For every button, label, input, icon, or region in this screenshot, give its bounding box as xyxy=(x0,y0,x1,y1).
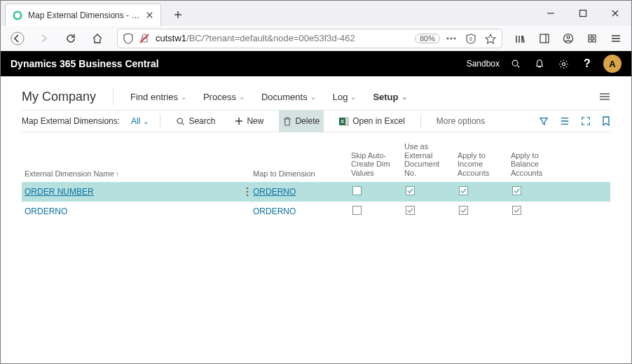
svg-point-11 xyxy=(562,62,565,65)
data-grid: External Dimension Name↑ Map to Dimensio… xyxy=(22,138,610,221)
sidebar-icon[interactable] xyxy=(539,33,550,44)
svg-point-17 xyxy=(247,190,249,192)
menu-documents[interactable]: Documents⌄ xyxy=(261,92,316,102)
nav-back-button[interactable] xyxy=(11,31,25,46)
library-icon[interactable] xyxy=(515,33,526,44)
menu-log[interactable]: Log⌄ xyxy=(333,92,357,102)
grid-header: External Dimension Name↑ Map to Dimensio… xyxy=(22,138,610,182)
settings-gear-icon[interactable] xyxy=(556,56,571,71)
svg-rect-1 xyxy=(580,10,586,17)
col-skip-auto-create[interactable]: Skip Auto-Create Dim Values xyxy=(351,151,404,178)
col-apply-income[interactable]: Apply to Income Accounts xyxy=(458,151,511,178)
checkbox-icon[interactable] xyxy=(406,206,415,215)
open-in-excel-action[interactable]: X Open in Excel xyxy=(335,110,409,132)
col-external-doc-no[interactable]: Use as External Document No. xyxy=(404,142,458,178)
nav-reload-button[interactable] xyxy=(64,31,78,46)
environment-label: Sandbox xyxy=(467,59,500,69)
col-apply-balance[interactable]: Apply to Balance Accounts xyxy=(511,151,564,178)
extensions-icon[interactable] xyxy=(586,33,598,44)
app-menu-icon[interactable] xyxy=(610,33,621,44)
checkbox-icon[interactable] xyxy=(459,206,468,215)
list-caption: Map External Dimensions: xyxy=(22,116,120,126)
url-text: cutstw1/BC/?tenant=default&node=00e53f3d… xyxy=(156,33,409,43)
menu-find-entries[interactable]: Find entries⌄ xyxy=(130,92,186,102)
page-actions-icon[interactable] xyxy=(446,36,457,41)
col-external-dimension-name[interactable]: External Dimension Name↑ xyxy=(22,169,253,178)
svg-point-0 xyxy=(14,11,22,19)
svg-text:X: X xyxy=(341,119,344,124)
help-icon[interactable]: ? xyxy=(579,56,595,71)
checkbox-icon[interactable] xyxy=(512,206,521,215)
more-options[interactable]: More options xyxy=(432,110,489,132)
svg-point-2 xyxy=(11,32,24,45)
tab-title: Map External Dimensions - Dyn xyxy=(28,10,140,20)
table-row[interactable]: ORDERNOORDERNO xyxy=(22,202,610,221)
filter-pane-icon[interactable] xyxy=(539,116,549,126)
checkbox-icon[interactable] xyxy=(406,186,415,195)
new-tab-button[interactable] xyxy=(168,5,188,24)
tab-favicon xyxy=(13,10,22,20)
checkbox-icon[interactable] xyxy=(352,186,362,195)
svg-rect-7 xyxy=(540,34,549,43)
new-action[interactable]: New xyxy=(231,110,268,132)
tab-close-icon[interactable] xyxy=(146,11,153,19)
account-icon[interactable] xyxy=(563,33,574,44)
app-header: Dynamics 365 Business Central Sandbox ? … xyxy=(1,51,631,76)
window-minimize-button[interactable] xyxy=(535,1,567,26)
window-maximize-button[interactable] xyxy=(567,1,599,26)
row-menu-icon[interactable] xyxy=(246,187,249,197)
svg-point-9 xyxy=(567,36,570,38)
app-title: Dynamics 365 Business Central xyxy=(11,58,159,69)
page-menubar: My Company Find entries⌄ Process⌄ Docume… xyxy=(22,83,610,110)
cell-map[interactable]: ORDERNO xyxy=(253,187,351,197)
tracking-shield-icon[interactable] xyxy=(123,33,133,44)
expand-icon[interactable] xyxy=(581,116,591,126)
cell-name[interactable]: ORDER NUMBER xyxy=(25,187,94,197)
menu-setup[interactable]: Setup⌄ xyxy=(373,92,406,102)
menu-process[interactable]: Process⌄ xyxy=(203,92,245,102)
zoom-badge[interactable]: 80% xyxy=(415,34,440,43)
bookmark-page-icon[interactable] xyxy=(602,116,610,126)
https-crossed-icon[interactable] xyxy=(139,33,150,44)
browser-tabstrip: Map External Dimensions - Dyn xyxy=(1,1,631,26)
menu-more-icon[interactable] xyxy=(599,92,610,101)
browser-toolbar: cutstw1/BC/?tenant=default&node=00e53f3d… xyxy=(1,26,631,51)
cell-name[interactable]: ORDERNO xyxy=(25,206,67,216)
window-close-button[interactable] xyxy=(599,1,631,26)
search-action[interactable]: Search xyxy=(172,110,219,132)
nav-forward-button[interactable] xyxy=(37,31,51,46)
list-toolbar: Map External Dimensions: All⌄ Search New… xyxy=(22,110,610,132)
checkbox-icon[interactable] xyxy=(512,186,521,195)
svg-point-5 xyxy=(451,37,453,39)
checkbox-icon[interactable] xyxy=(459,186,468,195)
svg-point-16 xyxy=(247,187,249,189)
nav-home-button[interactable] xyxy=(90,31,104,46)
table-row[interactable]: ORDER NUMBERORDERNO xyxy=(22,182,610,202)
bookmark-star-icon[interactable] xyxy=(485,33,496,44)
svg-point-10 xyxy=(512,60,518,66)
notifications-icon[interactable] xyxy=(532,56,547,71)
company-name[interactable]: My Company xyxy=(22,90,96,104)
filter-all[interactable]: All⌄ xyxy=(131,116,149,126)
checkbox-icon[interactable] xyxy=(352,206,362,215)
cell-map[interactable]: ORDERNO xyxy=(253,206,351,216)
svg-point-6 xyxy=(454,37,456,39)
user-avatar[interactable]: A xyxy=(603,55,621,73)
sort-asc-icon: ↑ xyxy=(116,170,119,178)
browser-tab[interactable]: Map External Dimensions - Dyn xyxy=(5,4,161,26)
svg-point-12 xyxy=(177,118,182,123)
header-search-icon[interactable] xyxy=(508,56,523,71)
reader-icon[interactable] xyxy=(465,33,476,44)
list-view-icon[interactable] xyxy=(560,116,570,126)
col-map-to-dimension[interactable]: Map to Dimension xyxy=(253,169,351,178)
address-bar[interactable]: cutstw1/BC/?tenant=default&node=00e53f3d… xyxy=(117,29,502,48)
delete-action[interactable]: Delete xyxy=(279,110,324,132)
svg-point-4 xyxy=(447,37,449,39)
svg-point-18 xyxy=(247,194,249,196)
